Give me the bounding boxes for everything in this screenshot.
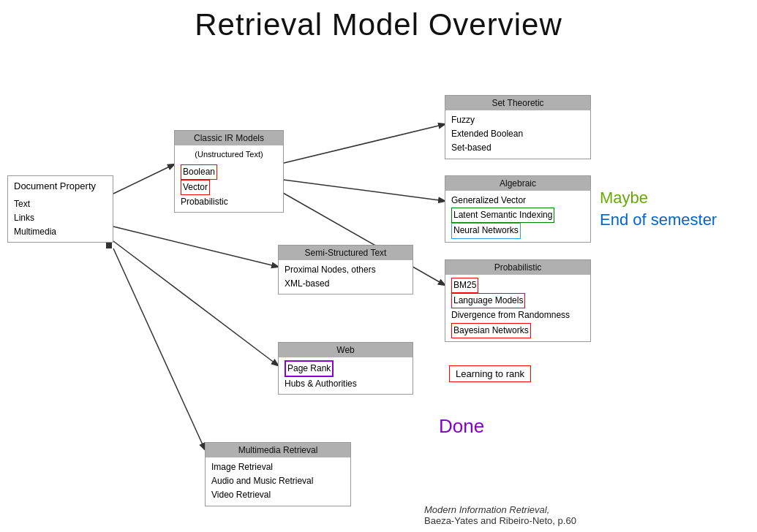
multimedia-audio: Audio and Music Retrieval xyxy=(211,474,344,488)
doc-links: Links xyxy=(14,211,107,225)
multimedia-video: Video Retrieval xyxy=(211,488,344,502)
classic-vector: Vector xyxy=(181,180,277,195)
algebraic-box: Algebraic Generalized Vector Latent Sema… xyxy=(445,175,591,243)
learning-to-rank-label: Learning to rank xyxy=(456,368,524,379)
set-fuzzy: Fuzzy xyxy=(451,113,584,127)
classic-probabilistic: Probabilistic xyxy=(181,195,277,209)
svg-line-4 xyxy=(278,124,445,164)
prob-dfr: Divergence from Randomness xyxy=(451,308,584,322)
web-pagerank: Page Rank xyxy=(285,360,407,377)
classic-ir-header: Classic IR Models xyxy=(175,131,283,145)
web-header: Web xyxy=(279,343,413,357)
multimedia-header: Multimedia Retrieval xyxy=(206,443,350,457)
doc-property-label: Document Property xyxy=(14,179,107,194)
semi-xml: XML-based xyxy=(285,277,407,291)
set-theoretic-header: Set Theoretic xyxy=(445,96,590,110)
doc-text: Text xyxy=(14,197,107,211)
svg-line-3 xyxy=(113,248,205,449)
annotation-end-of-semester: End of semester xyxy=(600,210,717,229)
algebraic-lsi: Latent Semantic Indexing xyxy=(451,208,584,223)
document-property-box: Document Property Text Links Multimedia xyxy=(7,175,113,243)
svg-line-0 xyxy=(113,164,174,194)
page-title: Retrieval Model Overview xyxy=(0,0,757,42)
semi-proximal: Proximal Nodes, others xyxy=(285,263,407,277)
web-box: Web Page Rank Hubs & Authorities xyxy=(278,342,413,395)
classic-ir-box: Classic IR Models (Unstructured Text) Bo… xyxy=(174,130,284,213)
prob-lm: Language Models xyxy=(451,293,584,308)
svg-line-2 xyxy=(113,241,278,365)
probabilistic-box: Probabilistic BM25 Language Models Diver… xyxy=(445,259,591,342)
semi-structured-header: Semi-Structured Text xyxy=(279,246,413,260)
svg-rect-12 xyxy=(106,243,112,248)
prob-bm25: BM25 xyxy=(451,278,584,293)
multimedia-box: Multimedia Retrieval Image Retrieval Aud… xyxy=(205,442,351,506)
annotation-maybe: Maybe xyxy=(600,189,648,208)
annotation-done: Done xyxy=(439,415,484,438)
svg-line-5 xyxy=(278,179,445,201)
web-hubs: Hubs & Authorities xyxy=(285,377,407,391)
doc-multimedia: Multimedia xyxy=(14,225,107,239)
multimedia-image: Image Retrieval xyxy=(211,460,344,474)
semi-structured-box: Semi-Structured Text Proximal Nodes, oth… xyxy=(278,245,413,294)
set-based: Set-based xyxy=(451,141,584,155)
set-extended: Extended Boolean xyxy=(451,127,584,141)
algebraic-header: Algebraic xyxy=(445,176,590,191)
set-theoretic-box: Set Theoretic Fuzzy Extended Boolean Set… xyxy=(445,95,591,159)
classic-ir-subheader: (Unstructured Text) xyxy=(181,148,277,162)
probabilistic-header: Probabilistic xyxy=(445,260,590,275)
classic-boolean: Boolean xyxy=(181,164,277,180)
citation: Modern Information Retrieval, Baeza-Yate… xyxy=(424,504,576,526)
prob-bayesian: Bayesian Networks xyxy=(451,323,584,338)
svg-line-1 xyxy=(113,227,278,267)
algebraic-generalized: Generalized Vector xyxy=(451,194,584,208)
learning-to-rank-box: Learning to rank xyxy=(449,365,531,382)
citation-line1: Modern Information Retrieval, xyxy=(424,504,576,515)
algebraic-neural: Neural Networks xyxy=(451,223,584,238)
citation-line2: Baeza-Yates and Ribeiro-Neto, p.60 xyxy=(424,515,576,526)
